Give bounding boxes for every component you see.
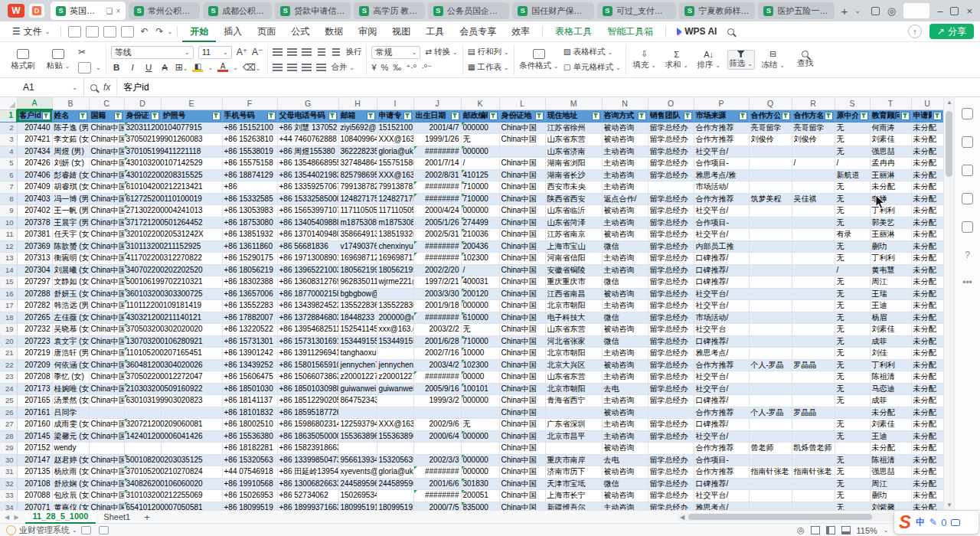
cell-N18[interactable]: 微信 xyxy=(602,312,648,324)
cell-H28[interactable]: 155363896 xyxy=(338,430,377,443)
cell-O8[interactable]: 留学总经办 xyxy=(648,193,694,205)
cell-M32[interactable]: 天津市宝坻 xyxy=(545,478,602,490)
cell-R31[interactable]: 指南针张老 xyxy=(792,466,835,479)
search-icon[interactable] xyxy=(727,28,734,35)
cell-G34[interactable]: +86 18999371663 xyxy=(277,502,338,510)
print-preview-icon[interactable] xyxy=(121,26,134,38)
column-header-F[interactable]: F xyxy=(222,97,277,109)
column-header-Q[interactable]: Q xyxy=(749,97,792,109)
cell-G20[interactable]: +86 15731301691 xyxy=(277,335,338,348)
cell-C29[interactable] xyxy=(89,443,124,455)
cell-P14[interactable]: 口碑推荐/ xyxy=(694,264,749,276)
sogou-logo[interactable]: S xyxy=(899,512,911,532)
cell-L5[interactable]: China中国 xyxy=(499,158,545,170)
column-header-O[interactable]: O xyxy=(648,97,694,109)
cell-C27[interactable]: China中国 xyxy=(89,419,124,431)
cell-D15[interactable]: 500106199702210321 xyxy=(124,276,161,289)
cell-J23[interactable]: ######## xyxy=(413,371,461,384)
cell-N5[interactable]: 主动咨询 xyxy=(602,158,648,170)
cell-I29[interactable] xyxy=(377,443,413,455)
cell-N25[interactable]: 主动咨询 xyxy=(602,395,648,407)
cell-S31[interactable]: 无 xyxy=(835,466,870,479)
cell-N20[interactable]: 微信 xyxy=(602,335,648,348)
cell-M28[interactable]: 北京市昌平 xyxy=(545,430,602,443)
cell-C10[interactable]: China中国 xyxy=(89,217,124,229)
cell-U27[interactable]: 未分配 xyxy=(911,419,943,431)
cell-J32[interactable]: 2001/6/6 xyxy=(413,478,461,490)
row-number[interactable]: 11 xyxy=(0,229,17,241)
header-cell-D[interactable]: 身份证号 xyxy=(124,109,161,122)
cell-U29[interactable]: 未分配 xyxy=(911,443,943,455)
document-tab[interactable]: S成都公积金.xlsx xyxy=(203,2,272,19)
align-middle-icon[interactable] xyxy=(287,48,297,57)
cell-A25[interactable]: 207165 xyxy=(17,395,52,407)
cell-H14[interactable]: 180562199 xyxy=(338,264,377,276)
cell-F2[interactable]: +86 15152100 xyxy=(222,122,277,134)
cell-L31[interactable]: China中国 xyxy=(499,466,545,479)
cell-P31[interactable]: 合作方推荐 xyxy=(694,466,749,479)
cell-K25[interactable]: 000000 xyxy=(461,395,499,407)
cell-M7[interactable]: 西安市未央 xyxy=(545,181,602,194)
cell-B16[interactable]: 舒妍玉 (女 xyxy=(52,288,89,300)
cell-O28[interactable]: 留学总经办 xyxy=(648,430,694,443)
row-number[interactable]: 7 xyxy=(0,181,17,194)
cell-Q10[interactable] xyxy=(749,217,792,229)
cell-J17[interactable]: 2001/9/18 xyxy=(413,300,461,312)
cell-S20[interactable]: 无 xyxy=(835,335,870,348)
cell-S25[interactable]: 无 xyxy=(835,395,870,407)
more-icon[interactable]: ••• xyxy=(962,277,972,288)
borders-icon[interactable]: ⊞⌄ xyxy=(175,62,188,73)
cell-K22[interactable]: 102300 xyxy=(461,359,499,371)
cell-A8[interactable]: 207403 xyxy=(17,193,52,205)
cell-P32[interactable]: 口碑推荐/ xyxy=(694,478,749,490)
cell-A14[interactable]: 207304 xyxy=(17,264,52,276)
smart-search-icon[interactable] xyxy=(90,84,97,91)
cell-T19[interactable]: 刘素佳 xyxy=(870,324,911,336)
menu-item-视图[interactable]: 视图 xyxy=(384,21,418,42)
cell-N9[interactable]: 被动咨询 xyxy=(602,205,648,217)
cell-H18[interactable]: 18448233 xyxy=(338,312,377,324)
cell-T21[interactable]: 刘佳 xyxy=(870,348,911,360)
cell-J2[interactable]: 2001/4/7 xyxy=(413,122,461,134)
new-tab-button[interactable]: + xyxy=(838,5,852,18)
cell-O19[interactable]: 留学总经办 xyxy=(648,324,694,336)
cell-F4[interactable]: +86 15538019 xyxy=(222,145,277,158)
cell-R13[interactable] xyxy=(792,253,835,265)
cell-Q14[interactable] xyxy=(749,264,792,276)
cell-R32[interactable] xyxy=(792,478,835,490)
cell-L16[interactable]: China中国 xyxy=(499,288,545,300)
name-box[interactable]: A1⌄ xyxy=(0,78,84,96)
cell-O33[interactable]: 留学总经办 xyxy=(648,490,694,502)
cell-R11[interactable] xyxy=(792,229,835,241)
cell-L32[interactable]: China中国 xyxy=(499,478,545,490)
cell-C7[interactable]: China中国 xyxy=(89,181,124,194)
cell-F5[interactable]: +86 15575158 xyxy=(222,158,277,170)
filter-dropdown-icon[interactable] xyxy=(42,112,51,120)
cell-N13[interactable]: 主动咨询 xyxy=(602,253,648,265)
cell-R17[interactable] xyxy=(792,300,835,312)
cell-I16[interactable] xyxy=(377,288,413,300)
cell-F12[interactable]: +86 13611860 xyxy=(222,240,277,253)
column-header-E[interactable]: E xyxy=(161,97,222,109)
cell-G3[interactable]: +44 7460762888 xyxy=(277,134,338,146)
vertical-scrollbar[interactable]: ▲ ▼ xyxy=(943,97,954,510)
cell-J12[interactable]: ######## xyxy=(413,240,461,253)
row-number[interactable]: 12 xyxy=(0,240,17,253)
cell-L13[interactable]: China中国 xyxy=(499,253,545,265)
thousand-separator-icon[interactable]: ‰ xyxy=(393,63,401,72)
cell-K4[interactable]: 000000 xyxy=(461,145,499,158)
file-menu[interactable]: ☰ 文件 ⌄ xyxy=(6,25,56,38)
cell-D22[interactable]: 360481200304020026 xyxy=(124,359,161,371)
cell-T28[interactable]: 王迪 xyxy=(870,430,911,443)
help-icon[interactable]: ? xyxy=(965,250,970,260)
cell-Q12[interactable] xyxy=(749,240,792,253)
cell-C17[interactable]: China中国 xyxy=(89,300,124,312)
cell-K10[interactable]: 274499 xyxy=(461,217,499,229)
cell-A30[interactable]: 207147 xyxy=(17,454,52,466)
cell-R23[interactable] xyxy=(792,371,835,384)
cell-B31[interactable]: 杨欣雨 (女 xyxy=(52,466,89,479)
cell-O6[interactable]: 留学总经办 xyxy=(648,169,694,181)
italic-button[interactable]: I xyxy=(127,63,139,72)
cell-K7[interactable]: 710000 xyxy=(461,181,499,194)
header-cell-Q[interactable]: 合作方公 xyxy=(749,109,792,122)
